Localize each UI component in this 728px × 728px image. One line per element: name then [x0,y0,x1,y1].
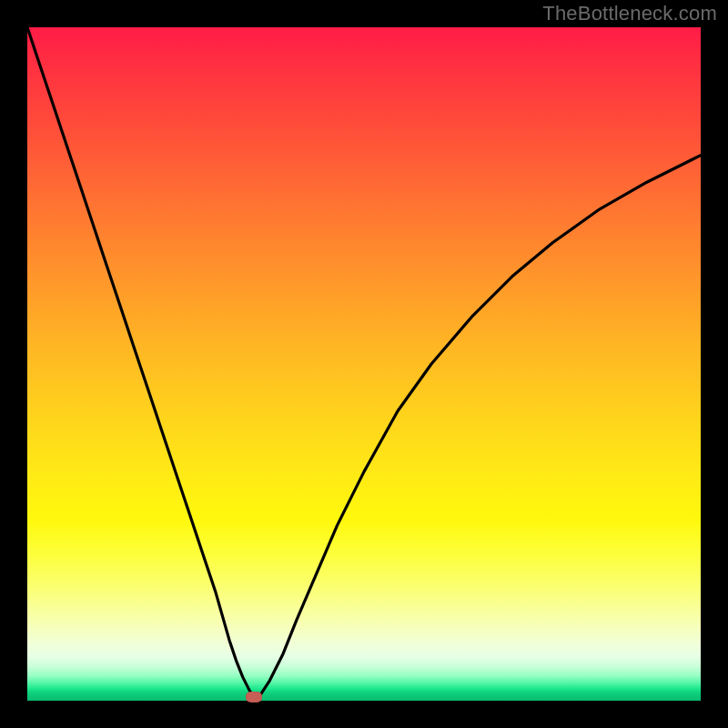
optimal-point-marker [246,692,262,703]
bottleneck-curve [27,27,701,697]
curve-svg [27,27,701,701]
watermark-text: TheBottleneck.com [542,2,717,25]
plot-area [27,27,701,701]
chart-frame: TheBottleneck.com [0,0,728,728]
